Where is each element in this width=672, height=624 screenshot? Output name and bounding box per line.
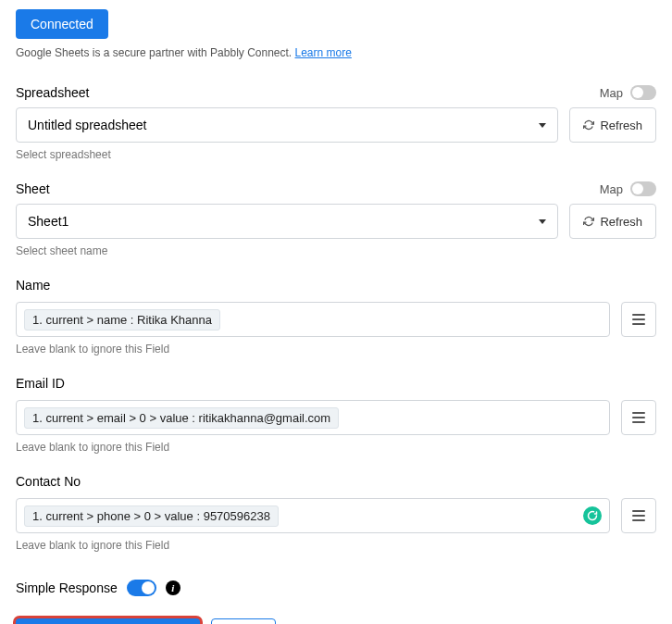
sheet-map-group: Map [600, 181, 656, 196]
name-row: 1. current > name : Ritika Khanna [16, 302, 656, 337]
simple-response-row: Simple Response i [16, 580, 656, 596]
simple-response-label: Simple Response [16, 580, 118, 595]
name-input[interactable]: 1. current > name : Ritika Khanna [16, 302, 610, 337]
refresh-icon [583, 119, 594, 131]
map-label: Map [600, 182, 623, 196]
contact-row: 1. current > phone > 0 > value : 9570596… [16, 498, 656, 533]
spreadsheet-header: Spreadsheet Map [16, 85, 656, 100]
email-row: 1. current > email > 0 > value : ritikak… [16, 400, 656, 435]
sheet-value: Sheet1 [28, 214, 539, 229]
info-icon[interactable]: i [166, 580, 180, 595]
refresh-label: Refresh [600, 119, 642, 132]
map-label: Map [600, 86, 623, 100]
sheet-map-toggle[interactable] [630, 181, 656, 196]
contact-input[interactable]: 1. current > phone > 0 > value : 9570596… [16, 498, 610, 533]
spreadsheet-dropdown[interactable]: Untitled spreadsheet [16, 107, 558, 143]
refresh-icon [583, 216, 594, 227]
connected-button[interactable]: Connected [16, 9, 108, 39]
email-token: 1. current > email > 0 > value : ritikak… [24, 407, 339, 429]
hamburger-icon [632, 412, 645, 423]
spreadsheet-map-toggle[interactable] [630, 85, 656, 100]
email-options-button[interactable] [621, 400, 656, 435]
grammarly-icon [583, 506, 602, 525]
chevron-down-icon [539, 123, 546, 128]
spreadsheet-row: Untitled spreadsheet Refresh [16, 107, 656, 143]
hamburger-icon [632, 314, 645, 325]
contact-hint: Leave blank to ignore this Field [16, 539, 656, 552]
contact-field-group: Contact No 1. current > phone > 0 > valu… [16, 474, 656, 552]
spreadsheet-refresh-button[interactable]: Refresh [569, 107, 656, 143]
email-hint: Leave blank to ignore this Field [16, 441, 656, 454]
action-button-row: Save & Send Test Request Save [16, 618, 656, 624]
name-token: 1. current > name : Ritika Khanna [24, 309, 220, 331]
hamburger-icon [632, 510, 645, 521]
name-field-group: Name 1. current > name : Ritika Khanna L… [16, 278, 656, 356]
spreadsheet-value: Untitled spreadsheet [28, 118, 539, 132]
email-input[interactable]: 1. current > email > 0 > value : ritikak… [16, 400, 610, 435]
spreadsheet-label: Spreadsheet [16, 85, 89, 100]
save-send-test-button[interactable]: Save & Send Test Request [16, 618, 200, 624]
simple-response-toggle[interactable] [127, 580, 156, 596]
sheet-header: Sheet Map [16, 181, 656, 196]
learn-more-link[interactable]: Learn more [295, 46, 352, 59]
refresh-label: Refresh [600, 215, 642, 229]
sheet-dropdown[interactable]: Sheet1 [16, 204, 558, 239]
email-label: Email ID [16, 376, 656, 391]
sheet-row: Sheet1 Refresh [16, 204, 656, 239]
sheet-hint: Select sheet name [16, 244, 656, 257]
name-hint: Leave blank to ignore this Field [16, 343, 656, 356]
contact-label: Contact No [16, 474, 656, 489]
save-button[interactable]: Save [211, 618, 276, 624]
email-field-group: Email ID 1. current > email > 0 > value … [16, 376, 656, 454]
sheet-label: Sheet [16, 181, 50, 196]
name-label: Name [16, 278, 656, 293]
partner-info-text: Google Sheets is a secure partner with P… [16, 46, 656, 59]
contact-token: 1. current > phone > 0 > value : 9570596… [24, 505, 279, 527]
name-options-button[interactable] [621, 302, 656, 337]
sheet-refresh-button[interactable]: Refresh [569, 204, 656, 239]
spreadsheet-field-group: Spreadsheet Map Untitled spreadsheet Ref… [16, 85, 656, 161]
sheet-field-group: Sheet Map Sheet1 Refresh Select sheet na… [16, 181, 656, 257]
spreadsheet-hint: Select spreadsheet [16, 148, 656, 161]
partner-text: Google Sheets is a secure partner with P… [16, 46, 295, 59]
contact-options-button[interactable] [621, 498, 656, 533]
chevron-down-icon [539, 219, 546, 224]
spreadsheet-map-group: Map [600, 85, 656, 100]
